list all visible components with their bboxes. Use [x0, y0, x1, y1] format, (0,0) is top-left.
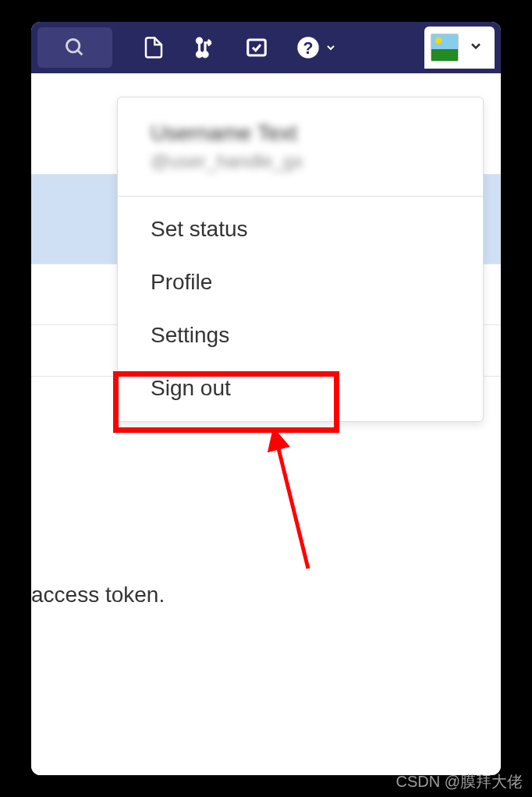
nav-icons-group: ? [142, 36, 337, 59]
svg-line-1 [78, 51, 83, 55]
search-icon [64, 37, 86, 58]
user-avatar-dropdown[interactable] [424, 27, 495, 69]
todo-icon[interactable] [245, 36, 268, 59]
menu-item-set-status[interactable]: Set status [118, 203, 483, 256]
help-dropdown[interactable]: ? [296, 36, 337, 59]
chevron-down-icon [325, 41, 337, 54]
file-icon[interactable] [142, 36, 165, 59]
svg-point-5 [203, 52, 207, 57]
svg-text:?: ? [303, 39, 314, 58]
chevron-down-icon [468, 38, 484, 57]
help-icon: ? [296, 36, 320, 59]
app-window: ? [31, 22, 501, 775]
user-info-section: Username Text @user_handle_gx [118, 97, 483, 197]
user-display-name: Username Text [151, 121, 450, 146]
user-dropdown-menu: Username Text @user_handle_gx Set status… [117, 97, 484, 422]
search-button[interactable] [37, 27, 112, 68]
content-area: Username Text @user_handle_gx Set status… [31, 73, 501, 775]
menu-item-profile[interactable]: Profile [118, 256, 483, 309]
svg-line-10 [277, 442, 308, 569]
top-navbar: ? [31, 22, 501, 73]
menu-items: Set status Profile Settings Sign out [118, 197, 483, 421]
watermark-text: CSDN @膜拜大佬 [395, 771, 523, 792]
menu-item-sign-out[interactable]: Sign out [118, 362, 483, 415]
annotation-arrow [257, 428, 320, 576]
user-handle: @user_handle_gx [151, 151, 450, 172]
svg-point-3 [197, 52, 201, 57]
menu-item-settings[interactable]: Settings [118, 309, 483, 362]
avatar-image [431, 34, 459, 62]
svg-point-2 [197, 38, 201, 43]
page-body-text: access token. [31, 583, 165, 607]
merge-request-icon[interactable] [193, 36, 217, 59]
svg-point-0 [67, 40, 80, 52]
